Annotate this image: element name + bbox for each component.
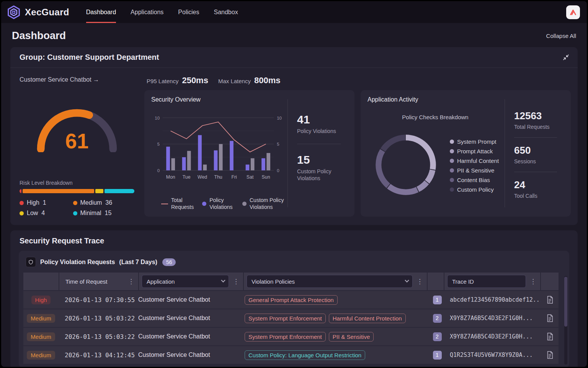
document-icon[interactable]	[546, 314, 554, 322]
donut-legend: System PromptPrompt AttackHarmful Conten…	[450, 138, 499, 193]
table-row[interactable]: Medium 2026-01-13 04:12:45 Customer Serv…	[23, 346, 559, 364]
svg-text:Thu: Thu	[214, 174, 222, 180]
table-row[interactable]: Medium 2026-01-13 05:03:22 Customer Serv…	[23, 309, 559, 327]
violations-stats: 41Policy Violations15Custom Policy Viola…	[289, 96, 348, 210]
policies-menu-icon[interactable]: ⋮	[413, 278, 427, 286]
trace-id-menu-icon[interactable]: ⋮	[526, 278, 540, 286]
nav-item-policies[interactable]: Policies	[178, 1, 199, 23]
collapse-group-icon[interactable]	[563, 54, 569, 61]
brand-logo[interactable]: XecGuard	[7, 1, 69, 23]
svg-text:10: 10	[155, 116, 160, 120]
security-request-trace-panel: Security Request Trace Policy Violation …	[10, 230, 578, 367]
nav-item-sandbox[interactable]: Sandbox	[214, 1, 238, 23]
chevron-down-icon	[405, 278, 409, 283]
policy-chip: Harmful Content Protection	[329, 314, 406, 323]
severity-badge: Medium	[27, 332, 55, 341]
application-cell: Customer Service Chatbot	[137, 296, 242, 303]
risk-level-bar	[20, 189, 134, 193]
policy-chip: System Prompt Enforcement	[245, 332, 326, 342]
policies-cell: System Prompt EnforcementPII & Sensitive	[242, 332, 429, 342]
svg-text:0: 0	[277, 168, 279, 173]
risk-segment-low	[95, 189, 103, 193]
xecguard-logo-icon	[7, 5, 21, 20]
max-latency-label: Max Latency	[218, 78, 251, 84]
table-title: Policy Violation Requests	[40, 259, 115, 266]
trace-id-cell: Q1R2S3T4U5V6W7X8Y9Z0A...	[445, 352, 541, 358]
table-header: Time of Request ⋮ Application ⋮ Violatio…	[23, 273, 559, 290]
policy-chip: Custom Policy: Language Output Restricti…	[245, 350, 365, 360]
header-count-cell	[428, 273, 444, 290]
document-icon[interactable]	[546, 332, 554, 341]
header-application: Application ⋮	[139, 273, 243, 290]
svg-text:0: 0	[157, 168, 160, 173]
header-policies: Violation Policies ⋮	[244, 273, 427, 290]
donut-legend-item: PII & Sensitive	[450, 167, 499, 174]
security-overview-legend: Total RequestsPolicy ViolationsCustom Po…	[151, 196, 286, 210]
severity-badge: Medium	[27, 351, 55, 360]
table-subtitle: (Last 7 Days)	[119, 259, 157, 266]
risk-segment-minimal	[105, 189, 134, 193]
count-badge: 56	[162, 258, 176, 266]
security-overview-card: Security Overview 00551010MonTueWedThuFr…	[144, 90, 354, 217]
header-actions-cell	[541, 273, 559, 290]
nav-item-applications[interactable]: Applications	[131, 1, 163, 23]
document-icon[interactable]	[546, 351, 554, 359]
application-menu-icon[interactable]: ⋮	[229, 278, 243, 286]
svg-text:5: 5	[277, 142, 279, 146]
risk-segment-high	[20, 189, 21, 193]
table-row[interactable]: High 2026-01-13 07:30:55 Customer Servic…	[23, 291, 559, 309]
risk-segment-medium	[23, 189, 94, 193]
latency-row: P95 Latency 250ms Max Latency 800ms	[144, 73, 571, 90]
svg-text:Fri: Fri	[231, 174, 237, 180]
trace-id-cell: X9Y8Z7A6B5C4D3E2F1G0H...	[445, 333, 541, 340]
policies-filter-select[interactable]: Violation Policies	[247, 275, 413, 288]
time-cell: 2026-01-13 07:30:55	[59, 296, 137, 304]
arrow-right-icon: →	[93, 76, 99, 83]
table-row[interactable]: Medium 2026-01-13 05:03:22 Customer Serv…	[23, 328, 559, 345]
trace-id-box[interactable]: Trace ID	[447, 275, 526, 288]
donut-legend-item: System Prompt	[450, 138, 499, 145]
policies-cell: Custom Policy: Language Output Restricti…	[242, 350, 429, 360]
account-avatar[interactable]	[566, 5, 580, 19]
stat-block: 15Custom Policy Violations	[297, 153, 348, 182]
application-link[interactable]: Customer Service Chatbot →	[20, 76, 134, 83]
time-menu-icon[interactable]: ⋮	[124, 278, 138, 286]
application-filter-select[interactable]: Application	[142, 275, 229, 288]
stat-block: 24Tool Calls	[514, 179, 564, 199]
application-cell: Customer Service Chatbot	[137, 352, 242, 358]
violation-count-badge: 2	[433, 314, 442, 323]
group-panel: Group: Customer Support Department Custo…	[10, 47, 578, 225]
main-nav: DashboardApplicationsPoliciesSandbox	[86, 1, 238, 23]
trace-section-title: Security Request Trace	[19, 237, 569, 245]
scrollbar-thumb[interactable]	[564, 277, 567, 327]
policy-checks-donut	[372, 131, 440, 200]
legend-item: Custom Policy Violations	[242, 197, 284, 210]
severity-badge: Medium	[27, 314, 55, 323]
shield-icon	[26, 257, 36, 267]
policies-cell: System Prompt EnforcementHarmful Content…	[242, 314, 429, 323]
trace-id-cell: X9Y8Z7A6B5C4D3E2F1G0H...	[445, 315, 541, 322]
violation-requests-card: Policy Violation Requests (Last 7 Days) …	[19, 251, 569, 367]
risk-legend-item: Minimal 15	[73, 210, 134, 217]
nav-item-dashboard[interactable]: Dashboard	[86, 1, 116, 23]
application-activity-title: Application Activity	[368, 96, 503, 103]
application-cell: Customer Service Chatbot	[137, 315, 242, 322]
p95-latency-label: P95 Latency	[147, 78, 178, 84]
collapse-all-button[interactable]: Collapse All	[546, 33, 576, 39]
p95-latency-value: 250ms	[182, 76, 208, 85]
donut-legend-item: Prompt Attack	[450, 148, 499, 154]
page-title: Dashboard	[12, 30, 66, 42]
svg-text:Sun: Sun	[262, 174, 270, 180]
policy-chip: System Prompt Enforcement	[245, 314, 326, 323]
security-overview-chart: 00551010MonTueWedThuFriSatSun	[151, 105, 286, 196]
brand-name: XecGuard	[25, 7, 69, 18]
policies-cell: General Prompt Attack Protection	[242, 295, 429, 305]
table-scrollbar	[564, 276, 567, 365]
risk-legend: High 1Medium 36Low 4Minimal 15	[20, 199, 134, 217]
risk-legend-item: High 1	[20, 199, 73, 206]
svg-text:Sat: Sat	[247, 174, 254, 180]
security-overview-title: Security Overview	[151, 96, 286, 103]
document-icon[interactable]	[546, 296, 554, 304]
risk-legend-item: Medium 36	[73, 199, 134, 206]
donut-legend-item: Content Bias	[450, 177, 499, 183]
